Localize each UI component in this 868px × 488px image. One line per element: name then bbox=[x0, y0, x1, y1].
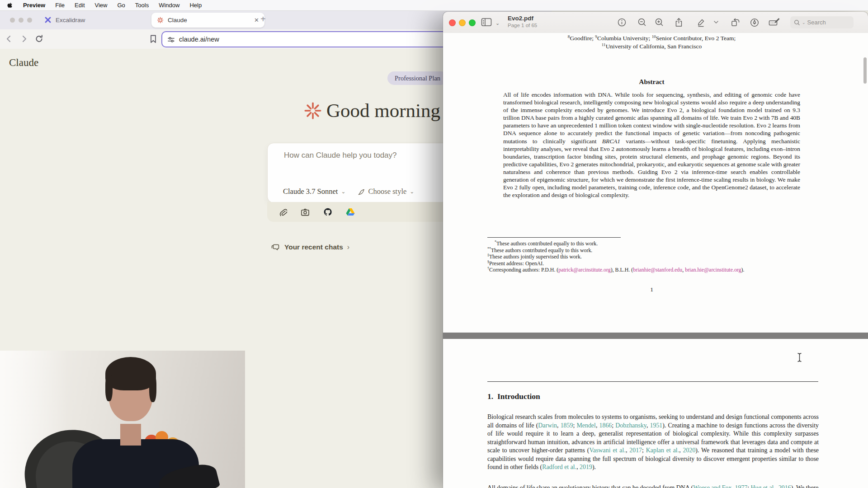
prompt-input[interactable] bbox=[283, 150, 457, 160]
sidebar-chevron-icon[interactable]: ⌄ bbox=[495, 20, 500, 26]
highlight-icon[interactable] bbox=[696, 18, 706, 28]
search-field[interactable]: ⌄ Search bbox=[790, 16, 854, 28]
menu-item-window[interactable]: Window bbox=[159, 2, 179, 9]
preview-window: ⌄ Evo2.pdf Page 1 of 65 bbox=[443, 12, 868, 488]
greeting: Good morning bbox=[304, 99, 440, 122]
new-tab-button[interactable]: + bbox=[260, 14, 266, 24]
greeting-text: Good morning bbox=[326, 99, 440, 122]
search-icon bbox=[794, 19, 800, 26]
desktop: Preview File Edit View Go Tools Window H… bbox=[0, 0, 868, 488]
footnote: ‡These authors jointly supervised this w… bbox=[487, 253, 808, 260]
section-heading: 1. Introduction bbox=[487, 392, 540, 401]
github-icon[interactable] bbox=[323, 207, 332, 216]
back-icon[interactable] bbox=[5, 34, 14, 44]
zoom-in-icon[interactable] bbox=[655, 18, 664, 27]
camera-icon[interactable] bbox=[301, 208, 310, 216]
pdf-page-1: 8Goodfire; 9Columbia University; 10Senio… bbox=[443, 33, 868, 333]
sidebar-icon[interactable] bbox=[481, 18, 492, 27]
rotate-icon[interactable] bbox=[731, 18, 741, 28]
page-number: 1 bbox=[503, 286, 800, 293]
close-window-button bbox=[449, 19, 456, 26]
pdf-page-2: 1. Introduction Biological research scal… bbox=[443, 339, 868, 488]
search-chevron-icon[interactable]: ⌄ bbox=[802, 20, 806, 25]
menu-item-tools[interactable]: Tools bbox=[135, 2, 149, 9]
tab-label: Claude bbox=[168, 17, 187, 23]
tab-claude[interactable]: Claude ✕ bbox=[151, 13, 264, 28]
footnote: **These authors contributed equally to t… bbox=[487, 247, 808, 254]
footnote: †Corresponding authors: P.D.H. (patrick@… bbox=[487, 267, 808, 273]
affiliation-line: 11University of California, San Francisc… bbox=[503, 43, 800, 50]
menu-item-preview[interactable]: Preview bbox=[23, 2, 45, 9]
google-drive-icon[interactable] bbox=[346, 208, 355, 216]
share-icon[interactable] bbox=[674, 18, 684, 28]
menu-item-help[interactable]: Help bbox=[189, 2, 202, 9]
claude-favicon-icon bbox=[157, 17, 164, 23]
tune-icon[interactable] bbox=[167, 36, 175, 43]
plan-badge[interactable]: Professional Plan bbox=[387, 71, 448, 85]
chevron-down-icon: ⌄ bbox=[410, 189, 414, 194]
claude-starburst-icon bbox=[304, 102, 322, 120]
pdf-page-indicator: Page 1 of 65 bbox=[508, 23, 537, 29]
preview-title-bar[interactable]: ⌄ Evo2.pdf Page 1 of 65 bbox=[443, 12, 868, 33]
person-hair bbox=[105, 357, 156, 390]
url-text[interactable]: claude.ai/new bbox=[179, 36, 219, 43]
webcam-overlay bbox=[0, 351, 245, 488]
minimize-window-button bbox=[459, 19, 466, 26]
footnote: §Present address: OpenAI. bbox=[487, 260, 808, 267]
menu-item-go[interactable]: Go bbox=[117, 2, 125, 9]
style-selector[interactable]: Choose style ⌄ bbox=[358, 187, 415, 196]
scrollbar-thumb[interactable] bbox=[863, 57, 867, 84]
bookmark-icon[interactable] bbox=[149, 34, 157, 44]
footnote-rule bbox=[487, 237, 621, 238]
url-bar[interactable]: claude.ai/new bbox=[161, 31, 450, 47]
chevron-right-icon: › bbox=[347, 243, 349, 251]
pdf-window-title: Evo2.pdf bbox=[508, 15, 537, 22]
tab-label: Excalidraw bbox=[56, 17, 85, 23]
excalidraw-tab-icon bbox=[44, 16, 52, 23]
reload-icon[interactable] bbox=[34, 34, 44, 44]
abstract-text: All of life encodes information with DNA… bbox=[503, 91, 800, 199]
search-placeholder: Search bbox=[807, 19, 826, 26]
chevron-down-icon: ⌄ bbox=[341, 189, 345, 194]
header-rule bbox=[487, 381, 818, 382]
window-controls[interactable] bbox=[449, 19, 476, 26]
tab-close-icon[interactable]: ✕ bbox=[254, 17, 259, 23]
quill-icon bbox=[358, 188, 365, 196]
clipped-paragraph: All domains of life share an evolutionar… bbox=[487, 484, 819, 488]
recent-chats-link[interactable]: Your recent chats › bbox=[271, 243, 349, 252]
zoom-out-icon[interactable] bbox=[637, 18, 647, 27]
footnote: *These authors contributed equally to th… bbox=[487, 240, 808, 247]
menu-item-file[interactable]: File bbox=[55, 2, 65, 9]
window-controls[interactable] bbox=[10, 18, 32, 23]
fill-sign-icon[interactable] bbox=[769, 18, 780, 27]
markup-icon[interactable] bbox=[750, 18, 760, 28]
chats-icon bbox=[271, 243, 280, 252]
highlight-chevron-icon[interactable] bbox=[713, 20, 719, 24]
info-icon[interactable] bbox=[617, 18, 627, 27]
apple-logo-icon[interactable] bbox=[6, 1, 13, 9]
introduction-paragraph: Biological research scales from molecule… bbox=[487, 413, 819, 472]
text-cursor bbox=[797, 352, 802, 362]
menu-bar: Preview File Edit View Go Tools Window H… bbox=[0, 0, 868, 11]
paperclip-icon[interactable] bbox=[278, 207, 287, 217]
forward-icon[interactable] bbox=[19, 34, 28, 44]
claude-wordmark: Claude bbox=[9, 57, 38, 69]
tab-excalidraw[interactable]: Excalidraw bbox=[44, 10, 85, 29]
model-selector[interactable]: Claude 3.7 Sonnet ⌄ bbox=[283, 187, 346, 196]
footnotes: *These authors contributed equally to th… bbox=[487, 240, 808, 273]
menu-item-edit[interactable]: Edit bbox=[75, 2, 85, 9]
pdf-content[interactable]: 8Goodfire; 9Columbia University; 10Senio… bbox=[443, 33, 868, 488]
menu-item-view[interactable]: View bbox=[95, 2, 108, 9]
affiliation-line: 8Goodfire; 9Columbia University; 10Senio… bbox=[503, 35, 800, 42]
abstract-heading: Abstract bbox=[503, 78, 800, 86]
zoom-window-button bbox=[469, 19, 476, 26]
